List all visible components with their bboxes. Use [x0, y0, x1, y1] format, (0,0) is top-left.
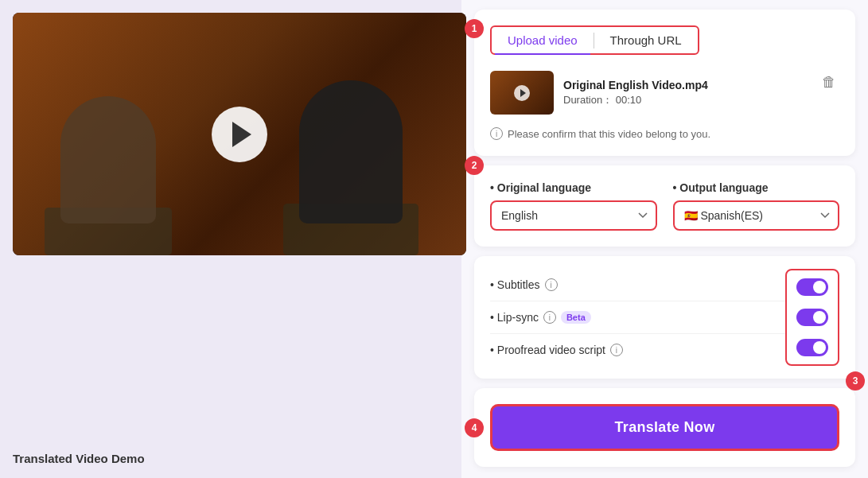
lipsync-row: • Lip-sync i Beta — [490, 301, 785, 334]
subtitles-text: • Subtitles — [490, 278, 540, 291]
output-lang-group: • Output language 🇪🇸 Spanish(ES) — [673, 181, 840, 231]
duration-label: Duration： — [563, 94, 613, 106]
language-card: 2 • Original language English • Output l… — [474, 165, 855, 247]
translate-now-button[interactable]: Translate Now — [490, 404, 839, 451]
language-section: • Original language English • Output lan… — [490, 181, 839, 231]
person-left — [60, 96, 156, 223]
upload-card: 1 Upload video Through URL Original Engl… — [474, 10, 855, 156]
person-right — [299, 80, 403, 223]
subtitles-info-icon: i — [545, 278, 558, 291]
info-icon: i — [490, 127, 503, 140]
step-badge-1: 1 — [465, 19, 484, 38]
step-badge-2: 2 — [465, 156, 484, 175]
file-duration: Duration： 00:10 — [563, 93, 708, 107]
lipsync-text: • Lip-sync — [490, 311, 539, 324]
translate-card: 4 Translate Now — [474, 388, 855, 467]
toggles-wrapper — [785, 269, 839, 366]
proofread-info-icon: i — [610, 344, 623, 356]
play-button[interactable] — [212, 107, 267, 162]
duration-value: 00:10 — [616, 94, 642, 106]
subtitles-row: • Subtitles i — [490, 269, 785, 301]
tab-header: Upload video Through URL — [490, 25, 839, 55]
play-icon — [232, 122, 251, 147]
subtitles-label: • Subtitles i — [490, 278, 558, 291]
video-player[interactable] — [13, 13, 466, 255]
file-thumb-bg — [490, 71, 554, 115]
lipsync-label: • Lip-sync i Beta — [490, 311, 591, 324]
thumb-play-icon — [514, 85, 530, 101]
original-lang-label: • Original language — [490, 181, 657, 194]
proofread-label: • Proofread video script i — [490, 344, 623, 356]
options-inner: • Subtitles i • Lip-sync i Beta • Proofr… — [490, 269, 839, 366]
tab-upload-video[interactable]: Upload video — [495, 29, 590, 52]
confirm-text: Please confirm that this video belong to… — [508, 128, 710, 140]
lipsync-toggle[interactable] — [796, 309, 828, 326]
step-badge-3: 3 — [846, 371, 865, 391]
output-lang-label: • Output language — [673, 181, 840, 194]
file-details: Original English Video.mp4 Duration： 00:… — [563, 79, 708, 107]
proofread-text: • Proofread video script — [490, 344, 605, 356]
tab-divider — [594, 33, 594, 49]
translated-video-label: Translated Video Demo — [13, 452, 145, 465]
lipsync-info-icon: i — [543, 311, 556, 324]
proofread-row: • Proofread video script i — [490, 334, 785, 366]
original-lang-group: • Original language English — [490, 181, 657, 231]
confirm-notice: i Please confirm that this video belong … — [490, 127, 839, 140]
options-left: • Subtitles i • Lip-sync i Beta • Proofr… — [490, 269, 785, 366]
file-thumbnail — [490, 71, 554, 115]
tab-border-group: Upload video Through URL — [490, 25, 699, 55]
options-card: 3 • Subtitles i • Lip-sync i Beta — [474, 256, 855, 379]
subtitles-toggle[interactable] — [796, 278, 828, 296]
delete-button[interactable]: 🗑 — [819, 71, 839, 94]
file-name: Original English Video.mp4 — [563, 79, 708, 91]
file-info: Original English Video.mp4 Duration： 00:… — [490, 71, 708, 115]
original-lang-select[interactable]: English — [490, 200, 657, 231]
output-lang-select[interactable]: 🇪🇸 Spanish(ES) — [673, 200, 840, 231]
step-badge-4: 4 — [465, 418, 484, 437]
beta-badge: Beta — [561, 311, 591, 324]
right-panel: 1 Upload video Through URL Original Engl… — [461, 0, 868, 478]
left-panel: Translated Video Demo — [0, 0, 461, 478]
tab-through-url[interactable]: Through URL — [597, 29, 695, 52]
proofread-toggle[interactable] — [796, 339, 828, 356]
